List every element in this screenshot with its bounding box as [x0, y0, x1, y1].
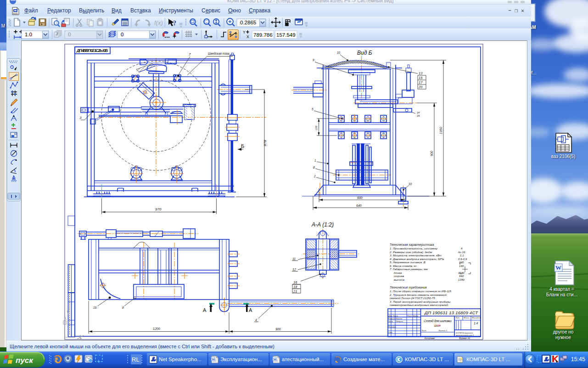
- svg-text:3. Мощность электродвигателя,: 3. Мощность электродвигателя, кВт: [390, 254, 442, 257]
- svg-text:Шведская тэза: Шведская тэза: [208, 52, 230, 55]
- svg-text:RL: RL: [132, 356, 140, 363]
- svg-text:0: 0: [121, 32, 123, 37]
- svg-text:13: 13: [419, 71, 423, 75]
- svg-text:2. Размеры шин (ободов), дюйм: 2. Размеры шин (ободов), дюйм: [389, 250, 432, 254]
- svg-text:789.786: 789.786: [253, 32, 273, 38]
- svg-text:4. Давление воздуха в магистра: 4. Давление воздуха в магистрали, МПа: [390, 257, 444, 260]
- svg-text:4: 4: [255, 318, 257, 322]
- svg-text:6. Масса стенда, кг: 6. Масса стенда, кг: [390, 264, 416, 267]
- svg-text:Утв.: Утв.: [388, 331, 393, 334]
- svg-text:970: 970: [155, 207, 162, 211]
- svg-text:1.0: 1.0: [25, 32, 32, 37]
- svg-text:7. Габаритные размеры, мм: 7. Габаритные размеры, мм: [390, 267, 428, 271]
- svg-text:Петров: Петров: [396, 320, 403, 323]
- svg-text:f(x): f(x): [154, 19, 163, 26]
- svg-text:механический к-т 2: механический к-т 2: [456, 334, 474, 336]
- svg-text:Подп.: Подп.: [407, 315, 412, 317]
- svg-text:900: 900: [275, 328, 281, 331]
- svg-text:940: 940: [459, 274, 464, 277]
- svg-text:8: 8: [122, 306, 124, 309]
- svg-text:20: 20: [418, 85, 423, 89]
- svg-text:220: 220: [459, 260, 464, 264]
- svg-text:КОМПАС-3D LT V12 - [стенд для: КОМПАС-3D LT V12 - [стенд для шипрования…: [227, 0, 393, 3]
- svg-text:1: 1: [314, 159, 316, 162]
- svg-text:900: 900: [430, 151, 433, 156]
- svg-text:Листов 1: Листов 1: [438, 329, 447, 332]
- svg-text:высота: высота: [394, 278, 404, 281]
- svg-text:до 16: до 16: [458, 250, 465, 254]
- svg-text:1200: 1200: [153, 327, 160, 330]
- svg-text:1:4: 1:4: [474, 322, 478, 325]
- svg-text:ширина: ширина: [394, 274, 404, 277]
- svg-text:640: 640: [356, 204, 362, 207]
- svg-text:21: 21: [293, 289, 297, 294]
- svg-text:1,1: 1,1: [460, 254, 464, 257]
- svg-text:17: 17: [419, 80, 423, 85]
- svg-text:1350: 1350: [458, 278, 465, 281]
- svg-text:X: X: [246, 34, 249, 39]
- svg-text:0,6-0,9: 0,6-0,9: [458, 257, 467, 260]
- svg-text:1240: 1240: [458, 271, 465, 274]
- svg-text:Формат А1: Формат А1: [459, 337, 470, 340]
- svg-text:878: 878: [263, 140, 267, 146]
- svg-text:?: ?: [173, 20, 176, 27]
- svg-text:Вид Б: Вид Б: [357, 50, 372, 56]
- svg-text:А: А: [203, 307, 207, 313]
- svg-text:пуск: пуск: [16, 356, 34, 365]
- svg-text:Y: Y: [243, 30, 246, 34]
- svg-text:Лит.: Лит.: [455, 317, 460, 319]
- svg-text:Изм. Лист: Изм. Лист: [388, 315, 398, 317]
- svg-text:А-А (1:2): А-А (1:2): [311, 221, 334, 228]
- svg-text:19: 19: [417, 114, 420, 117]
- svg-text:Н.контр.: Н.контр.: [388, 326, 397, 328]
- svg-text:0: 0: [68, 32, 71, 37]
- svg-text:10: 10: [409, 182, 412, 186]
- svg-text:1350: 1350: [439, 127, 442, 134]
- svg-text:5. Напряжение питания, В: 5. Напряжение питания, В: [390, 260, 426, 264]
- svg-text:8: 8: [313, 166, 315, 169]
- svg-text:16: 16: [293, 280, 297, 284]
- svg-text:120: 120: [315, 125, 318, 130]
- svg-text:Дата: Дата: [413, 315, 419, 317]
- svg-text:7: 7: [189, 52, 191, 57]
- svg-text:3: 3: [79, 116, 82, 120]
- svg-text:смазкой Литол-24 ГОСТ 21150-75: смазкой Литол-24 ГОСТ 21150-75: [390, 296, 435, 300]
- svg-text:9: 9: [313, 58, 314, 62]
- svg-text:Стенд для шиповки: Стенд для шиповки: [424, 319, 452, 323]
- svg-text:18: 18: [293, 285, 297, 289]
- svg-text:шин: шин: [434, 324, 441, 327]
- svg-text:1. После сборки операции точен: 1. После сборки операции точения по ИФ-1…: [390, 289, 452, 293]
- svg-text:Б: Б: [241, 143, 244, 149]
- svg-text:0.2865: 0.2865: [240, 20, 256, 25]
- svg-text:2: 2: [314, 175, 316, 178]
- svg-text:19: 19: [93, 306, 97, 309]
- svg-text:5: 5: [312, 108, 314, 111]
- svg-text:А: А: [249, 307, 252, 313]
- svg-text:длина: длина: [394, 271, 402, 274]
- svg-text:Масштаб: Масштаб: [472, 317, 481, 319]
- svg-text:Масса: Масса: [464, 317, 470, 319]
- svg-text:11: 11: [292, 257, 296, 260]
- svg-text:ДП 190631 13 16809 4СТ: ДП 190631 13 16809 4СТ: [424, 310, 478, 315]
- svg-text:2. Трущиеся детали смазать нес: 2. Трущиеся детали смазать несказанной: [389, 293, 447, 296]
- svg-text:15: 15: [419, 76, 423, 80]
- svg-text:пневмопроводных воздушных маги: пневмопроводных воздушных магистралей.: [390, 303, 449, 306]
- svg-text:Копировал: Копировал: [425, 337, 435, 340]
- svg-text:14: 14: [417, 111, 420, 114]
- svg-text:157.549: 157.549: [276, 32, 296, 38]
- svg-text:Пров.: Пров.: [388, 320, 393, 323]
- svg-text:Лист: Лист: [421, 329, 426, 332]
- svg-text:600: 600: [357, 196, 363, 199]
- svg-text:12: 12: [292, 268, 296, 271]
- svg-text:3. Перед эксплуатацией воздушн: 3. Перед эксплуатацией воздушные приборы: [390, 300, 451, 303]
- svg-text:1. Производительность, шт/смен: 1. Производительность, шт/смену: [390, 247, 438, 250]
- svg-text:ДП 4ВВП 02 1С2Ы 0Б: ДП 4ВВП 02 1С2Ы 0Б: [76, 48, 108, 53]
- svg-text:10: 10: [337, 51, 341, 54]
- svg-text:8: 8: [461, 247, 463, 250]
- svg-text:Иванов: Иванов: [396, 317, 403, 320]
- svg-text:Техническая характеристика: Техническая характеристика: [390, 243, 434, 247]
- svg-text:Разраб.: Разраб.: [388, 317, 395, 320]
- svg-text:Технические требования: Технические требования: [390, 286, 427, 289]
